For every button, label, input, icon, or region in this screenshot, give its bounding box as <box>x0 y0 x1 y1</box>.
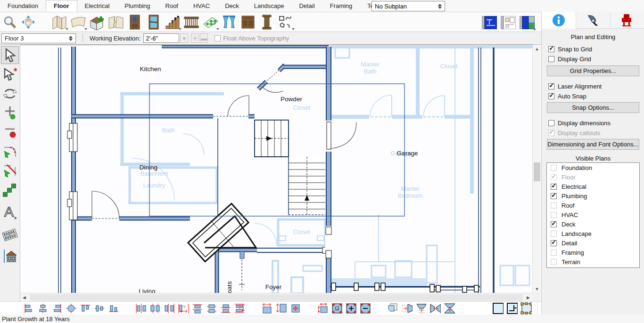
straighten-wall-tool-button[interactable] <box>1 161 19 179</box>
snap-to-grid-checkbox[interactable]: ✓ Snap to Grid <box>548 45 592 53</box>
floor-select[interactable]: Floor 3 <box>1 33 76 43</box>
scroll-up-arrow[interactable]: ▲ <box>533 45 541 53</box>
rotate-tool-button[interactable] <box>1 85 19 103</box>
space-down-bottom-button[interactable] <box>220 303 231 314</box>
plan-row-detail[interactable]: ✓Detail <box>547 238 639 248</box>
scroll-down-arrow[interactable]: ▼ <box>533 285 541 293</box>
select-special-tool-button[interactable]: ✳ <box>1 65 19 83</box>
space-across-left-button[interactable] <box>135 303 147 314</box>
copy-size-button[interactable] <box>387 303 398 314</box>
window-tool-button[interactable] <box>144 13 163 31</box>
scroll-right-arrow[interactable]: ▶ <box>524 293 532 302</box>
plan-row-framing[interactable]: Framing <box>547 248 639 257</box>
elevation-increase-button[interactable]: ✛ <box>191 33 199 43</box>
align-top-button[interactable] <box>80 303 91 314</box>
break-wall-tool-button[interactable] <box>107 13 125 31</box>
space-across-custom-button[interactable]: ? <box>178 303 189 314</box>
align-left-button[interactable] <box>23 303 34 314</box>
select-tool-button[interactable] <box>1 46 19 64</box>
vertical-scroll-thumb[interactable] <box>534 162 540 181</box>
taper-vertical-button[interactable] <box>415 303 427 314</box>
space-across-right-button[interactable] <box>164 303 175 314</box>
curve-wall-tool-button[interactable] <box>1 142 19 160</box>
taper-horizontal-button[interactable] <box>401 303 413 314</box>
align-center-vertical-button[interactable] <box>37 303 49 314</box>
auto-snap-checkbox[interactable]: ✓ Auto Snap <box>548 92 586 100</box>
floor-material-tool-button[interactable] <box>201 13 220 31</box>
enlarge-object-button[interactable] <box>346 303 357 314</box>
space-down-custom-button[interactable]: ? <box>234 303 246 314</box>
column-tool-button[interactable] <box>257 13 276 31</box>
center-in-object-button[interactable]: A <box>331 303 343 314</box>
stairs-tool-button[interactable] <box>163 13 182 31</box>
tab-deck[interactable]: Deck <box>217 0 247 12</box>
info-tab[interactable] <box>542 12 576 29</box>
elevation-dropdown-button[interactable]: ▾ <box>180 33 188 43</box>
add-floor-tool-button[interactable] <box>88 13 107 31</box>
plan-row-roof[interactable]: Roof <box>547 201 639 210</box>
align-middle-button[interactable] <box>94 303 105 314</box>
horizontal-scroll-thumb[interactable] <box>30 294 523 301</box>
dimensioning-font-options-button[interactable]: Dimensioning and Font Options... <box>547 139 639 150</box>
display-dimensions-checkbox[interactable]: Display dimensions <box>548 119 611 127</box>
curved-wall-tool-button[interactable] <box>69 13 88 31</box>
tab-floor[interactable]: Floor <box>46 0 77 12</box>
working-elevation-input[interactable] <box>143 33 179 43</box>
space-down-top-button[interactable] <box>192 303 203 314</box>
plan-row-terrain[interactable]: Terrain <box>547 257 639 266</box>
space-across-center-button[interactable] <box>149 303 161 314</box>
tab-electrical[interactable]: Electrical <box>77 0 117 12</box>
tab-landscape[interactable]: Landscape <box>247 0 292 12</box>
flip-vertical-button[interactable] <box>444 303 455 314</box>
resize-object-button[interactable] <box>317 303 329 314</box>
tab-plumbing[interactable]: Plumbing <box>117 0 157 12</box>
wall-tool-button[interactable] <box>50 13 69 31</box>
cabinet-tool-button[interactable] <box>239 13 257 31</box>
plan-row-foundation[interactable]: Foundation <box>547 163 639 172</box>
plan-row-landscape[interactable]: Landscape <box>547 229 639 238</box>
tab-foundation[interactable]: Foundation <box>0 0 46 12</box>
frame-handles-button[interactable] <box>520 303 532 314</box>
flip-horizontal-button[interactable] <box>429 303 441 314</box>
tab-framing[interactable]: Framing <box>322 0 360 12</box>
subplan-spinner[interactable] <box>438 4 442 9</box>
plan-row-deck[interactable]: ✓Deck <box>547 219 639 229</box>
plan-row-plumbing[interactable]: ✓Plumbing <box>547 191 639 201</box>
align-bottom-button[interactable] <box>108 303 119 314</box>
horizontal-scrollbar[interactable]: ◀ ▶ <box>20 293 532 301</box>
plan-row-electrical[interactable]: ✓Electrical <box>547 182 639 191</box>
space-down-middle-button[interactable] <box>206 303 217 314</box>
house-view-tool-button[interactable] <box>1 247 19 265</box>
furniture-tab[interactable] <box>610 12 644 29</box>
walkthrough-tool-button[interactable] <box>1 226 19 244</box>
plant-row-tool-button[interactable] <box>1 181 19 199</box>
reduce-object-button[interactable] <box>360 303 371 314</box>
laser-alignment-checkbox[interactable]: ✓ Laser Alignment <box>548 82 602 90</box>
3d-view-button[interactable] <box>518 14 537 32</box>
same-height-button[interactable] <box>276 303 287 314</box>
pan-tool-button[interactable] <box>19 13 38 31</box>
elevation-decrease-button[interactable]: ▬ <box>200 33 208 43</box>
curtain-tool-button[interactable] <box>220 13 239 31</box>
same-width-button[interactable] <box>262 303 273 314</box>
snap-options-button[interactable]: Snap Options... <box>547 102 639 113</box>
float-above-topography-checkbox[interactable] <box>215 35 221 41</box>
grid-properties-button[interactable]: Grid Properties... <box>547 65 639 76</box>
tab-hvac[interactable]: HVAC <box>186 0 217 12</box>
same-size-button[interactable] <box>290 303 301 314</box>
floor-select-spinner[interactable] <box>69 36 73 41</box>
text-tool-button[interactable]: A <box>1 202 19 220</box>
railing-tool-button[interactable] <box>182 13 201 31</box>
align-right-button[interactable] <box>51 303 63 314</box>
drawing-tab[interactable] <box>576 12 610 29</box>
vertical-scrollbar[interactable]: ▲ ▼ <box>532 45 541 293</box>
frame-panel-button[interactable] <box>506 303 518 314</box>
subplan-select[interactable]: No Subplan <box>372 1 445 11</box>
center-in-plan-button[interactable] <box>66 303 77 314</box>
add-point-tool-button[interactable] <box>1 104 19 121</box>
tab-roof[interactable]: Roof <box>158 0 186 12</box>
shapes-tool-button[interactable] <box>276 13 295 31</box>
tab-detail[interactable]: Detail <box>291 0 322 12</box>
floor-plan-canvas[interactable]: Master Bath Closet Bath Basement Laundry… <box>20 45 532 293</box>
scroll-left-arrow[interactable]: ◀ <box>20 293 28 302</box>
